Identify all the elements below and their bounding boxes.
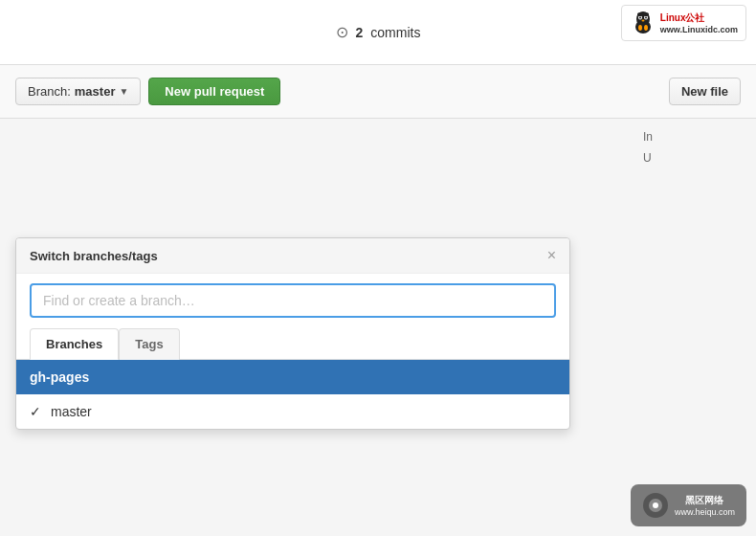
branch-dropdown: Switch branches/tags × Branches Tags gh-…: [15, 237, 570, 430]
new-file-button[interactable]: New file: [669, 78, 741, 105]
linux-logo: Linux公社 www.Linuxidc.com: [621, 5, 746, 41]
branch-name-gh-pages: gh-pages: [30, 369, 89, 385]
branch-name-master: master: [51, 404, 92, 419]
heiqu-logo-icon: [642, 492, 669, 519]
svg-point-1: [635, 20, 651, 34]
dropdown-title: Switch branches/tags: [30, 249, 158, 263]
branch-list: gh-pages ✓ master: [16, 360, 569, 429]
dropdown-header: Switch branches/tags ×: [16, 238, 569, 274]
bottom-watermark: 黑区网络 www.heiqu.com: [631, 484, 746, 526]
branch-prefix: Branch:: [28, 84, 71, 99]
svg-point-8: [644, 25, 648, 31]
svg-point-4: [639, 17, 641, 19]
right-line1: In: [643, 130, 745, 144]
tabs-row: Branches Tags: [16, 327, 569, 360]
right-line2: U: [643, 151, 745, 165]
check-mark-icon: ✓: [30, 404, 41, 419]
tab-tags[interactable]: Tags: [119, 328, 179, 360]
commits-icon: ⊙: [336, 23, 348, 41]
top-bar: ⊙ 2 commits Linux公社 www.Linuxidc.com: [0, 0, 756, 65]
commits-info: ⊙ 2 commits: [336, 23, 421, 41]
right-panel: In U: [632, 119, 756, 184]
main-content: Switch branches/tags × Branches Tags gh-…: [0, 119, 756, 536]
svg-point-9: [637, 12, 643, 16]
commits-label: commits: [370, 25, 420, 40]
branch-selector-button[interactable]: Branch: master ▼: [15, 78, 141, 105]
tux-icon: [630, 10, 656, 36]
caret-icon: ▼: [119, 86, 128, 97]
svg-point-13: [653, 502, 658, 508]
branch-item-gh-pages[interactable]: gh-pages: [16, 360, 569, 394]
toolbar: Branch: master ▼ New pull request New fi…: [0, 65, 756, 119]
branch-search-input[interactable]: [30, 283, 556, 318]
commits-count: 2: [356, 25, 364, 40]
branch-item-master[interactable]: ✓ master: [16, 394, 569, 429]
tab-branches[interactable]: Branches: [30, 328, 119, 360]
svg-point-6: [641, 20, 644, 22]
search-area: [16, 274, 569, 327]
branch-name: master: [75, 84, 116, 99]
svg-point-10: [643, 12, 649, 16]
close-dropdown-button[interactable]: ×: [547, 248, 556, 263]
svg-point-7: [638, 25, 642, 31]
new-pull-request-button[interactable]: New pull request: [148, 78, 280, 105]
svg-point-5: [645, 17, 647, 19]
